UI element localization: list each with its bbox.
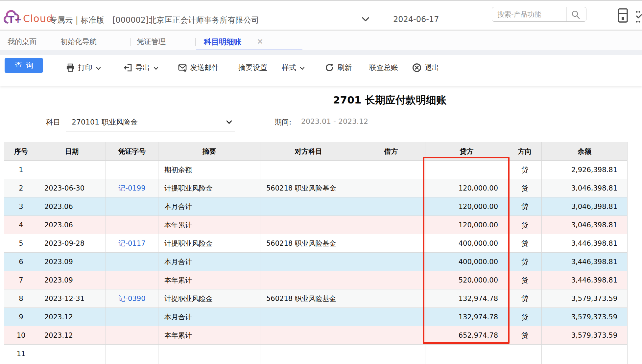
summary-settings-button[interactable]: 摘要设置 (238, 57, 267, 78)
cell-credit (425, 345, 508, 363)
cell-credit (425, 161, 508, 179)
printer-icon (66, 63, 75, 72)
cell-voucher[interactable]: 记-0390 (106, 289, 158, 308)
cell-summary: 本年累计 (158, 271, 260, 289)
cell-debit (357, 253, 425, 271)
cell-debit (357, 363, 425, 364)
table-row: 62023.09本月合计400,000.00贷3,446,398.81 (4, 253, 628, 271)
current-date: 2024-06-17 (393, 15, 439, 24)
table-row: 82023-12-31记-0390计提职业风险金560218 职业风险基金132… (4, 289, 628, 308)
chevron-down-icon (96, 67, 101, 70)
cell-voucher (106, 253, 158, 271)
cell-opposite (260, 326, 357, 345)
cell-direction: 贷 (508, 216, 542, 234)
refresh-icon (324, 63, 334, 73)
cell-credit: 652,974.78 (425, 326, 508, 345)
cell-date: 2023-09-28 (38, 234, 106, 253)
subject-select-value: 270101 职业风险金 (72, 117, 138, 127)
col-header-credit: 贷方 (425, 142, 508, 161)
calculator-icon[interactable] (617, 8, 629, 23)
cell-direction: 贷 (508, 289, 542, 308)
cell-opposite: 560218 职业风险基金 (260, 179, 357, 197)
cell-direction (508, 345, 542, 363)
svg-text:T+: T+ (8, 14, 22, 25)
tab-subject-ledger-active[interactable]: 科目明细账 ✕ (196, 31, 302, 50)
product-search-box[interactable] (492, 7, 586, 22)
cell-seq: 6 (4, 253, 38, 271)
task-checklist-icon[interactable] (635, 10, 642, 24)
cell-balance: 3,579,373.59 (542, 326, 628, 345)
voucher-link[interactable]: 记-0117 (118, 239, 145, 247)
cell-credit: 120,000.00 (425, 197, 508, 216)
cell-debit (357, 216, 425, 234)
cell-date: 2023.12 (38, 308, 106, 326)
query-button[interactable]: 查询 (5, 58, 43, 73)
table-row: 1期初余额贷2,926,398.81 (4, 161, 628, 179)
style-button[interactable]: 样式 (282, 57, 305, 78)
linked-general-ledger-button[interactable]: 联查总账 (369, 57, 398, 78)
summary-settings-label: 摘要设置 (238, 63, 267, 73)
tab-my-desktop[interactable]: 我的桌面 (8, 36, 36, 48)
top-header-bar: T+ Cloud 专属云 | 标准版 [000002]北京匡正会计师事务所有限公… (0, 1, 642, 30)
exit-button[interactable]: 退出 (412, 57, 439, 78)
brand-name: Cloud (23, 13, 53, 24)
tab-voucher-mgmt[interactable]: 凭证管理 (137, 36, 166, 48)
cell-seq: 11 (4, 345, 38, 363)
print-button[interactable]: 打印 (66, 57, 101, 78)
cell-opposite (260, 197, 357, 216)
cell-voucher (106, 271, 158, 289)
cell-direction: 贷 (508, 234, 542, 253)
report-title: 2701 长期应付款明细账 (333, 93, 446, 107)
cell-voucher (106, 345, 158, 363)
cell-summary: 期初余额 (158, 161, 260, 179)
company-name[interactable]: [000002]北京匡正会计师事务所有限公司 (112, 15, 259, 25)
period-filter-value: 2023.01 - 2023.12 (301, 117, 368, 125)
search-input[interactable] (492, 7, 565, 21)
cell-debit (357, 197, 425, 216)
exit-label: 退出 (425, 63, 439, 73)
refresh-button[interactable]: 刷新 (324, 57, 352, 78)
cell-credit (425, 363, 508, 364)
cell-direction: 贷 (508, 179, 542, 197)
cell-voucher (106, 326, 158, 345)
search-divider (566, 7, 567, 21)
table-row: 52023-09-28记-0117计提职业风险金560218 职业风险基金400… (4, 234, 628, 253)
cell-seq: 5 (4, 234, 38, 253)
cell-credit: 520,000.00 (425, 271, 508, 289)
subject-filter-label: 科目 (46, 117, 60, 127)
cell-voucher (106, 308, 158, 326)
table-row: 11 (4, 345, 628, 363)
export-button[interactable]: 导出 (123, 57, 158, 78)
cell-voucher[interactable]: 记-0117 (106, 234, 158, 253)
cell-credit: 132,974.78 (425, 289, 508, 308)
chevron-down-icon (300, 67, 305, 70)
col-header-direction: 方向 (508, 142, 542, 161)
cell-balance: 3,046,398.81 (542, 216, 628, 234)
send-mail-button[interactable]: 发送邮件 (178, 57, 219, 78)
cell-voucher (106, 161, 158, 179)
export-icon (123, 63, 132, 72)
cell-balance: 3,579,373.59 (542, 308, 628, 326)
voucher-link[interactable]: 记-0390 (118, 295, 145, 303)
subject-chevron-down-icon[interactable] (226, 120, 232, 124)
cell-balance (542, 363, 628, 364)
tab-close-icon[interactable]: ✕ (257, 36, 263, 48)
cell-credit: 120,000.00 (425, 216, 508, 234)
cell-direction: 贷 (508, 161, 542, 179)
voucher-link[interactable]: 记-0199 (118, 184, 145, 192)
cell-seq: 2 (4, 179, 38, 197)
cell-summary: 计提职业风险金 (158, 234, 260, 253)
cell-direction: 贷 (508, 271, 542, 289)
cell-credit: 400,000.00 (425, 234, 508, 253)
tab-active-label[interactable]: 科目明细账 (204, 36, 242, 48)
cell-summary: 计提职业风险金 (158, 289, 260, 308)
cell-voucher[interactable]: 记-0199 (106, 179, 158, 197)
tab-init-nav[interactable]: 初始化导航 (60, 36, 97, 48)
cell-credit: 132,974.78 (425, 308, 508, 326)
send-mail-label: 发送邮件 (190, 63, 219, 73)
search-icon[interactable] (571, 10, 581, 20)
app-window: T+ Cloud 专属云 | 标准版 [000002]北京匡正会计师事务所有限公… (0, 0, 642, 364)
cell-direction (508, 363, 542, 364)
subject-select[interactable]: 270101 职业风险金 (66, 113, 235, 131)
company-chevron-down-icon[interactable] (362, 17, 369, 22)
